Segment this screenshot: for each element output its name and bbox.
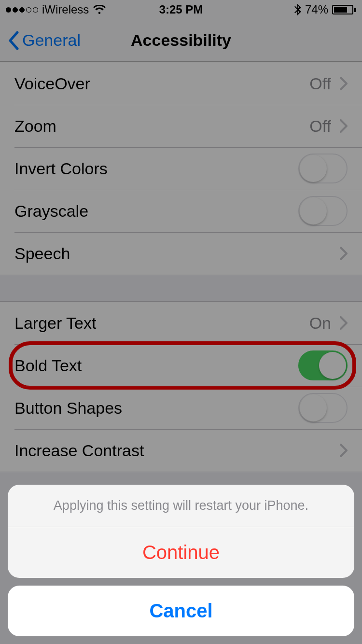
action-sheet: Applying this setting will restart your … — [8, 485, 354, 636]
continue-button[interactable]: Continue — [8, 527, 354, 578]
cancel-button[interactable]: Cancel — [8, 586, 354, 636]
action-sheet-group: Applying this setting will restart your … — [8, 485, 354, 578]
alert-message: Applying this setting will restart your … — [8, 485, 354, 527]
